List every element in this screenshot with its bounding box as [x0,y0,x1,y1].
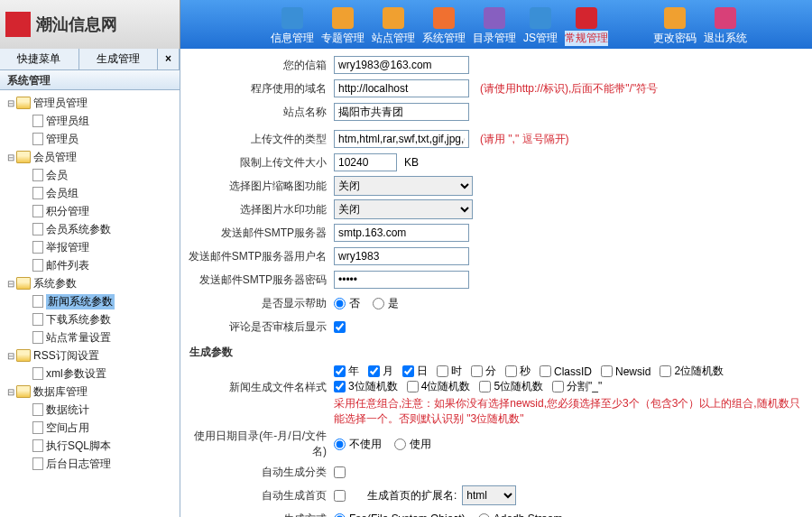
tree-leaf[interactable]: 举报管理 [4,238,180,256]
file-icon [32,313,43,326]
auto-home-ext-select[interactable]: html [462,485,516,505]
domain-input[interactable] [334,79,469,97]
filename-opt-label: 时 [451,364,462,379]
tree-label: 数据库管理 [33,384,88,400]
tree-label: 管理员 [46,132,78,147]
tree-leaf[interactable]: 数据统计 [4,401,180,419]
tree-leaf[interactable]: 下载系统参数 [4,310,180,328]
nav-item-1[interactable]: 专题管理 [321,7,364,49]
logo-text: 潮汕信息网 [36,14,117,35]
tree-label: RSS订阅设置 [33,348,99,364]
section-gen-header: 生成参数 [180,339,805,364]
nav-item-6[interactable]: 常规管理X [565,7,608,49]
label-sitename: 站点名称 [180,105,334,120]
tree-folder[interactable]: ⊟数据库管理 [4,383,180,401]
filename-opt-checkbox-5[interactable] [505,365,517,377]
filename-opt-label: 4位随机数 [421,379,471,394]
filename-opt-checkbox-4[interactable] [471,365,483,377]
file-icon [32,457,43,470]
upload-size-input[interactable] [334,153,397,171]
tree-folder[interactable]: ⊟RSS订阅设置 [4,346,180,365]
filename-opt-label: Newsid [615,365,651,378]
filename-opt-checkbox-3[interactable] [437,365,448,377]
nav-icon [332,7,354,29]
nav-label: 常规管理 [565,31,608,46]
filename-opt-checkbox-11[interactable] [479,381,491,392]
nav-label: 目录管理 [473,31,516,46]
nav-item-8[interactable]: 退出系统 [704,7,747,49]
smtp-pass-input[interactable] [334,271,469,289]
label-auto-home: 自动生成首页 [180,488,334,503]
tree-leaf[interactable]: 管理员 [4,130,180,148]
nav-icon [715,7,736,29]
filename-opt-label: 2位随机数 [674,364,724,379]
date-dir-no-radio[interactable] [334,439,346,450]
label-show-help: 是否显示帮助 [180,296,334,311]
tree-leaf[interactable]: 执行SQL脚本 [4,437,180,455]
review-show-checkbox[interactable] [334,321,346,333]
label-gen-method: 生成方式 [180,512,334,518]
date-dir-yes-radio[interactable] [394,439,406,450]
tree-label: 后台日志管理 [46,457,111,472]
nav-icon [281,7,303,29]
filename-opt-label: 分割"_" [567,379,602,394]
nav-item-3[interactable]: 系统管理 [422,7,466,49]
filename-opt-checkbox-10[interactable] [407,381,419,392]
email-input[interactable] [334,56,469,74]
auto-home-checkbox[interactable] [334,490,346,502]
file-icon [32,115,43,127]
tree-label: 数据统计 [46,402,89,418]
nav-item-7[interactable]: 更改密码 [653,7,697,49]
upload-types-input[interactable] [334,130,469,148]
sitename-input[interactable] [334,103,469,121]
smtp-server-input[interactable] [334,224,469,242]
tree-leaf[interactable]: 站点常量设置 [4,328,180,346]
nav-item-5[interactable]: JS管理 [523,7,558,49]
sidebar-tab-quickmenu[interactable]: 快捷菜单 [0,49,79,69]
tree-leaf[interactable]: 后台日志管理 [4,455,180,473]
show-help-no-radio[interactable] [334,298,346,309]
tree-folder[interactable]: ⊟会员管理 [4,148,180,166]
show-help-yes-radio[interactable] [373,298,384,309]
tree-leaf[interactable]: 新闻系统参数 [4,292,180,310]
nav-item-2[interactable]: 站点管理 [372,7,415,49]
filename-opt-checkbox-12[interactable] [552,381,564,392]
tree-leaf[interactable]: 管理员组 [4,112,180,130]
tree-leaf[interactable]: 邮件列表 [4,256,180,274]
tree-label: 系统参数 [33,276,77,291]
filename-opt-checkbox-1[interactable] [368,365,380,377]
folder-icon [16,97,31,109]
tree-leaf[interactable]: 会员 [4,166,180,184]
filename-opt-checkbox-6[interactable] [540,365,551,377]
filename-opt-checkbox-7[interactable] [601,365,613,377]
filename-opt-checkbox-9[interactable] [334,381,346,392]
sidebar-section-bar[interactable]: 系统管理 [0,70,180,90]
smtp-user-input[interactable] [334,247,469,265]
file-icon [32,259,43,272]
auto-class-checkbox[interactable] [334,466,346,478]
filename-opt-checkbox-0[interactable] [334,365,346,377]
tree-label: 下载系统参数 [46,312,111,328]
tree-leaf[interactable]: 积分管理 [4,202,180,220]
filename-opt-checkbox-8[interactable] [660,365,671,377]
nav-item-4[interactable]: 目录管理 [473,7,516,49]
folder-icon [16,151,31,163]
tree-leaf[interactable]: 会员组 [4,184,180,202]
tree-folder[interactable]: ⊟系统参数 [4,274,180,292]
thumb-select[interactable]: 关闭 [334,176,473,196]
sidebar-close-button[interactable]: × [158,49,180,69]
nav-item-0[interactable]: 信息管理 [271,7,314,49]
watermark-select[interactable]: 关闭 [334,199,473,219]
filename-opt-checkbox-2[interactable] [402,365,414,377]
sidebar-tab-genmanage[interactable]: 生成管理 [79,49,159,69]
tree-folder[interactable]: ⊟管理员管理 [4,94,180,112]
content-pane: 您的信箱 程序使用的域名 (请使用http://标识),后面不能带"/"符号 站… [180,49,812,517]
tree-leaf[interactable]: xml参数设置 [4,365,180,383]
gen-method-fso-radio[interactable] [334,513,346,518]
tree-label: 执行SQL脚本 [46,439,111,454]
folder-icon [16,277,31,290]
tree-leaf[interactable]: 会员系统参数 [4,220,180,238]
tree-leaf[interactable]: 空间占用 [4,419,180,437]
label-auto-class: 自动生成分类 [180,465,334,480]
gen-method-adodb-radio[interactable] [478,513,490,518]
